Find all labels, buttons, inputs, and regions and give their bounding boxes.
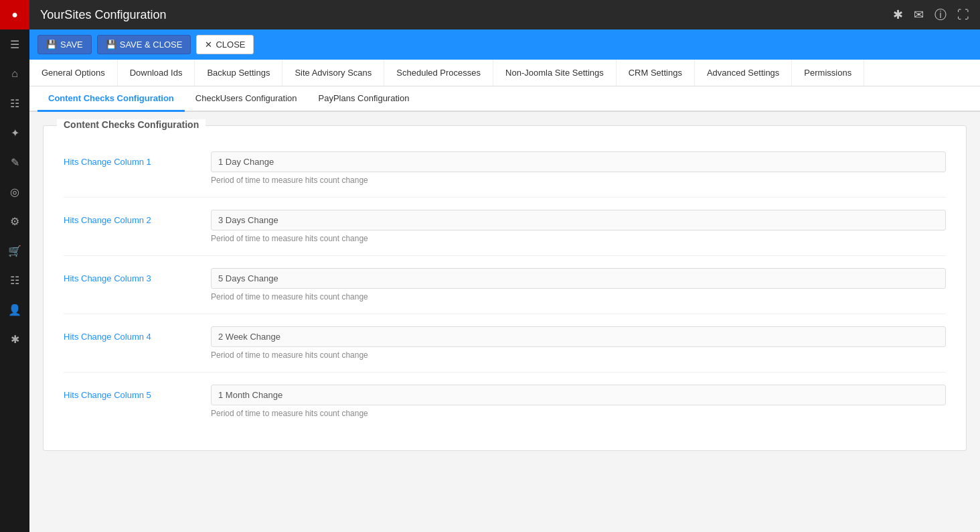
fieldset-title: Content Checks Configuration [57,119,206,130]
field-container-1: Period of time to measure hits count cha… [211,151,946,185]
tab-advanced-settings[interactable]: Advanced Settings [695,60,792,86]
form-row: Hits Change Column 3Period of time to me… [64,256,946,314]
tab-content-checks-configuration[interactable]: Content Checks Configuration [37,86,185,112]
logo-icon: ● [11,9,18,21]
field-container-4: Period of time to measure hits count cha… [211,326,946,360]
field-help-2: Period of time to measure hits count cha… [211,234,946,243]
help-icon[interactable]: ⓘ [934,7,947,23]
field-input-3[interactable] [211,268,946,289]
tab-non-joomla-site-settings[interactable]: Non-Joomla Site Settings [493,60,617,86]
main-area: YourSites Configuration ✱ ✉ ⓘ ⛶ 💾 SAVE 💾… [29,0,980,532]
field-container-2: Period of time to measure hits count cha… [211,210,946,243]
field-label-4: Hits Change Column 4 [64,326,211,342]
app-logo: ● [0,0,29,29]
sidebar-item-joomla[interactable]: ✱ [0,324,29,354]
field-input-4[interactable] [211,326,946,347]
sidebar-item-target[interactable]: ◎ [0,177,29,206]
sidebar-item-edit[interactable]: ✎ [0,147,29,177]
bell-icon[interactable]: ✉ [914,7,924,22]
toolbar: 💾 SAVE 💾 SAVE & CLOSE ✕ CLOSE [29,29,980,60]
topbar: YourSites Configuration ✱ ✉ ⓘ ⛶ [29,0,980,29]
sidebar-item-gear[interactable]: ⚙ [0,206,29,236]
sidebar-item-content[interactable]: ✦ [0,118,29,147]
tab-scheduled-processes[interactable]: Scheduled Processes [384,60,493,86]
sidebar-item-home[interactable]: ⌂ [0,59,29,88]
field-input-1[interactable] [211,151,946,172]
tab-checkusers-configuration[interactable]: CheckUsers Configuration [185,86,308,112]
save-icon: 💾 [46,40,57,50]
field-label-5: Hits Change Column 5 [64,385,211,400]
close-button[interactable]: ✕ CLOSE [196,35,254,54]
sidebar-item-menu[interactable]: ☰ [0,29,29,59]
field-label-3: Hits Change Column 3 [64,268,211,283]
form-row: Hits Change Column 2Period of time to me… [64,198,946,256]
primary-tabs: General Options Download Ids Backup Sett… [29,60,980,86]
tab-backup-settings[interactable]: Backup Settings [195,60,282,86]
field-label-2: Hits Change Column 2 [64,210,211,225]
save-close-icon: 💾 [106,40,116,50]
topbar-icons: ✱ ✉ ⓘ ⛶ [893,7,969,23]
tab-crm-settings[interactable]: CRM Settings [617,60,695,86]
field-container-3: Period of time to measure hits count cha… [211,268,946,302]
sidebar-item-grid[interactable]: ☷ [0,88,29,118]
field-help-4: Period of time to measure hits count cha… [211,350,946,360]
expand-icon[interactable]: ⛶ [957,8,969,22]
tab-general-options[interactable]: General Options [29,60,118,86]
form-row: Hits Change Column 1Period of time to me… [64,139,946,198]
field-help-1: Period of time to measure hits count cha… [211,176,946,185]
page-title: YourSites Configuration [40,8,166,22]
field-label-1: Hits Change Column 1 [64,151,211,167]
save-button[interactable]: 💾 SAVE [37,35,92,54]
sidebar-item-users[interactable]: 👤 [0,295,29,324]
secondary-tabs: Content Checks Configuration CheckUsers … [29,86,980,112]
content-checks-fieldset: Content Checks Configuration Hits Change… [43,125,967,451]
joomla-icon[interactable]: ✱ [893,7,903,22]
tab-download-ids[interactable]: Download Ids [118,60,195,86]
close-icon: ✕ [205,40,212,50]
form-rows-container: Hits Change Column 1Period of time to me… [64,139,946,430]
form-row: Hits Change Column 4Period of time to me… [64,314,946,373]
field-input-5[interactable] [211,385,946,405]
content-area: Content Checks Configuration Hits Change… [29,112,980,532]
tab-payplans-configuration[interactable]: PayPlans Configuration [308,86,420,112]
field-help-3: Period of time to measure hits count cha… [211,292,946,302]
sidebar: ● ☰ ⌂ ☷ ✦ ✎ ◎ ⚙ 🛒 ☷ 👤 ✱ [0,0,29,532]
form-row: Hits Change Column 5Period of time to me… [64,373,946,430]
save-close-button[interactable]: 💾 SAVE & CLOSE [97,35,191,54]
sidebar-item-list[interactable]: ☷ [0,265,29,295]
field-help-5: Period of time to measure hits count cha… [211,409,946,418]
tab-site-advisory-scans[interactable]: Site Advisory Scans [282,60,384,86]
field-input-2[interactable] [211,210,946,230]
tab-permissions[interactable]: Permissions [792,60,864,86]
sidebar-item-cart[interactable]: 🛒 [0,236,29,265]
field-container-5: Period of time to measure hits count cha… [211,385,946,418]
